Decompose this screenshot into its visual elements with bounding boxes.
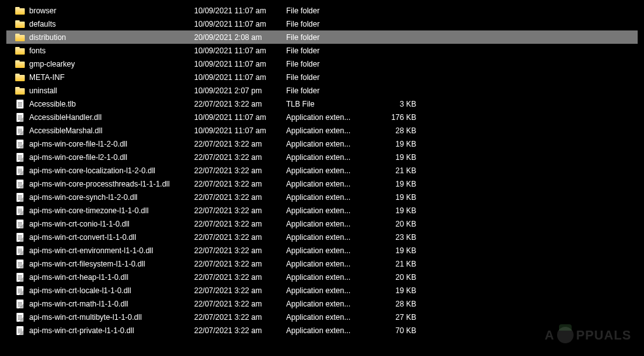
file-type: Application exten... bbox=[286, 166, 378, 175]
file-row[interactable]: api-ms-win-crt-conio-l1-1-0.dll22/07/202… bbox=[6, 217, 638, 230]
dll-file-icon bbox=[15, 166, 25, 176]
folder-icon bbox=[15, 72, 25, 82]
dll-file-icon bbox=[15, 232, 25, 242]
file-date-modified: 10/09/2021 11:07 am bbox=[194, 6, 286, 15]
file-date-modified: 22/07/2021 3:22 am bbox=[194, 220, 286, 228]
file-type: Application exten... bbox=[286, 140, 378, 148]
file-size: 21 KB bbox=[378, 166, 416, 175]
file-type: Application exten... bbox=[286, 113, 378, 122]
file-name: browser bbox=[29, 6, 194, 15]
file-size: 20 KB bbox=[378, 273, 416, 282]
file-size: 27 KB bbox=[378, 313, 416, 322]
file-row[interactable]: api-ms-win-core-synch-l1-2-0.dll22/07/20… bbox=[6, 190, 638, 204]
file-row[interactable]: fonts10/09/2021 11:07 amFile folder bbox=[6, 44, 638, 57]
file-row[interactable]: AccessibleHandler.dll10/09/2021 11:07 am… bbox=[6, 110, 638, 124]
file-date-modified: 22/07/2021 3:22 am bbox=[194, 326, 286, 335]
file-name: api-ms-win-core-timezone-l1-1-0.dll bbox=[29, 206, 194, 215]
file-name: distribution bbox=[29, 33, 194, 42]
file-date-modified: 22/07/2021 3:22 am bbox=[194, 300, 286, 308]
file-row[interactable]: api-ms-win-crt-environment-l1-1-0.dll22/… bbox=[6, 244, 638, 257]
file-row[interactable]: api-ms-win-crt-math-l1-1-0.dll22/07/2021… bbox=[6, 297, 638, 310]
file-name: AccessibleMarshal.dll bbox=[29, 126, 194, 135]
file-date-modified: 22/07/2021 3:22 am bbox=[194, 313, 286, 322]
folder-icon bbox=[15, 86, 25, 96]
file-row[interactable]: api-ms-win-crt-convert-l1-1-0.dll22/07/2… bbox=[6, 230, 638, 244]
file-name: Accessible.tlb bbox=[29, 100, 194, 109]
file-name: api-ms-win-core-synch-l1-2-0.dll bbox=[29, 193, 194, 202]
folder-icon bbox=[15, 59, 25, 69]
file-type: Application exten... bbox=[286, 153, 378, 162]
file-row[interactable]: api-ms-win-core-file-l1-2-0.dll22/07/202… bbox=[6, 137, 638, 150]
file-row[interactable]: api-ms-win-core-processthreads-l1-1-1.dl… bbox=[6, 177, 638, 190]
file-size: 19 KB bbox=[378, 246, 416, 255]
file-row[interactable]: uninstall10/09/2021 2:07 pmFile folder bbox=[6, 84, 638, 97]
file-row[interactable]: AccessibleMarshal.dll10/09/2021 11:07 am… bbox=[6, 124, 638, 137]
file-date-modified: 22/07/2021 3:22 am bbox=[194, 193, 286, 202]
file-size: 28 KB bbox=[378, 126, 416, 135]
file-name: defaults bbox=[29, 20, 194, 29]
dll-file-icon bbox=[15, 179, 25, 189]
file-type: Application exten... bbox=[286, 126, 378, 135]
file-date-modified: 22/07/2021 3:22 am bbox=[194, 100, 286, 109]
folder-icon bbox=[15, 32, 25, 43]
file-icon bbox=[15, 99, 25, 109]
file-row[interactable]: api-ms-win-core-localization-l1-2-0.dll2… bbox=[6, 164, 638, 177]
dll-file-icon bbox=[15, 219, 25, 229]
file-row[interactable]: api-ms-win-crt-heap-l1-1-0.dll22/07/2021… bbox=[6, 270, 638, 284]
folder-icon bbox=[15, 19, 25, 29]
file-row[interactable]: api-ms-win-crt-multibyte-l1-1-0.dll22/07… bbox=[6, 310, 638, 324]
file-type: File folder bbox=[286, 73, 378, 82]
file-name: api-ms-win-crt-environment-l1-1-0.dll bbox=[29, 246, 194, 255]
file-row[interactable]: distribution20/09/2021 2:08 amFile folde… bbox=[6, 30, 638, 44]
file-size: 176 KB bbox=[378, 113, 416, 122]
file-size: 19 KB bbox=[378, 153, 416, 162]
file-row[interactable]: META-INF10/09/2021 11:07 amFile folder bbox=[6, 70, 638, 84]
file-date-modified: 10/09/2021 11:07 am bbox=[194, 126, 286, 135]
file-name: api-ms-win-crt-locale-l1-1-0.dll bbox=[29, 286, 194, 295]
file-size: 19 KB bbox=[378, 206, 416, 215]
file-name: api-ms-win-crt-heap-l1-1-0.dll bbox=[29, 273, 194, 282]
file-row[interactable]: gmp-clearkey10/09/2021 11:07 amFile fold… bbox=[6, 57, 638, 70]
file-list[interactable]: browser10/09/2021 11:07 amFile folderdef… bbox=[0, 0, 644, 341]
file-date-modified: 10/09/2021 11:07 am bbox=[194, 60, 286, 69]
file-row[interactable]: Accessible.tlb22/07/2021 3:22 amTLB File… bbox=[6, 97, 638, 110]
file-type: File folder bbox=[286, 33, 378, 42]
dll-file-icon bbox=[15, 139, 25, 149]
file-name: AccessibleHandler.dll bbox=[29, 113, 194, 122]
file-date-modified: 22/07/2021 3:22 am bbox=[194, 273, 286, 282]
file-size: 19 KB bbox=[378, 193, 416, 202]
file-name: fonts bbox=[29, 46, 194, 55]
file-row[interactable]: defaults10/09/2021 11:07 amFile folder bbox=[6, 17, 638, 30]
file-date-modified: 22/07/2021 3:22 am bbox=[194, 286, 286, 295]
file-name: api-ms-win-crt-conio-l1-1-0.dll bbox=[29, 220, 194, 228]
file-date-modified: 22/07/2021 3:22 am bbox=[194, 140, 286, 148]
file-row[interactable]: browser10/09/2021 11:07 amFile folder bbox=[6, 4, 638, 17]
file-size: 3 KB bbox=[378, 100, 416, 109]
file-type: Application exten... bbox=[286, 180, 378, 188]
file-row[interactable]: api-ms-win-crt-locale-l1-1-0.dll22/07/20… bbox=[6, 284, 638, 297]
dll-file-icon bbox=[15, 112, 25, 122]
file-date-modified: 10/09/2021 11:07 am bbox=[194, 20, 286, 29]
file-type: Application exten... bbox=[286, 206, 378, 215]
file-date-modified: 22/07/2021 3:22 am bbox=[194, 233, 286, 242]
dll-file-icon bbox=[15, 126, 25, 136]
file-size: 23 KB bbox=[378, 233, 416, 242]
file-size: 28 KB bbox=[378, 300, 416, 308]
file-size: 20 KB bbox=[378, 220, 416, 228]
dll-file-icon bbox=[15, 272, 25, 282]
file-date-modified: 10/09/2021 11:07 am bbox=[194, 46, 286, 55]
folder-icon bbox=[15, 46, 25, 56]
file-type: File folder bbox=[286, 86, 378, 95]
file-row[interactable]: api-ms-win-core-file-l2-1-0.dll22/07/202… bbox=[6, 150, 638, 164]
file-name: uninstall bbox=[29, 86, 194, 95]
folder-icon bbox=[15, 6, 25, 16]
file-row[interactable]: api-ms-win-crt-private-l1-1-0.dll22/07/2… bbox=[6, 324, 638, 337]
file-row[interactable]: api-ms-win-crt-filesystem-l1-1-0.dll22/0… bbox=[6, 257, 638, 270]
dll-file-icon bbox=[15, 312, 25, 322]
file-size: 70 KB bbox=[378, 326, 416, 335]
file-date-modified: 10/09/2021 11:07 am bbox=[194, 73, 286, 82]
file-row[interactable]: api-ms-win-core-timezone-l1-1-0.dll22/07… bbox=[6, 204, 638, 217]
file-size: 19 KB bbox=[378, 286, 416, 295]
file-name: api-ms-win-crt-multibyte-l1-1-0.dll bbox=[29, 313, 194, 322]
dll-file-icon bbox=[15, 206, 25, 216]
